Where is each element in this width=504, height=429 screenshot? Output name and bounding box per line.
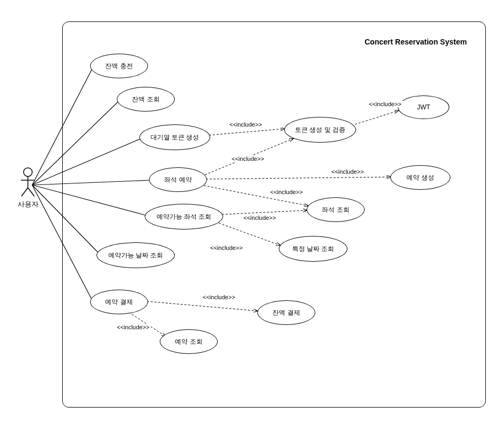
include-label: <<include>> [209, 245, 244, 251]
usecase-create-reserve: 예약 생성 [390, 165, 450, 190]
include-label: <<include>> [368, 101, 403, 107]
include-label: <<include>> [231, 156, 265, 162]
usecase-pay-reserve: 예약 결제 [90, 290, 148, 314]
include-label: <<include>> [116, 324, 151, 330]
usecase-avail-seat: 예약가능 좌석 조회 [145, 204, 223, 230]
usecase-reserve-query: 예약 조회 [160, 329, 218, 354]
usecase-queue-token: 대기열 토큰 생성 [139, 124, 210, 150]
include-label: <<include>> [228, 121, 263, 128]
system-title: Concert Reservation System [365, 38, 467, 46]
usecase-jwt: JWT [398, 95, 449, 119]
usecase-seat-query: 좌석 조회 [307, 197, 365, 222]
usecase-seat-reserve: 좌석 예약 [149, 167, 207, 192]
usecase-date-query: 특정 날짜 조회 [279, 236, 347, 262]
actor-user [18, 167, 38, 201]
include-label: <<include>> [330, 168, 365, 175]
svg-line-20 [28, 188, 34, 196]
usecase-balance-query: 잔액 조회 [117, 87, 175, 112]
actor-label: 사용자 [16, 199, 40, 209]
svg-point-16 [24, 168, 32, 176]
svg-line-19 [21, 188, 28, 196]
usecase-balance-pay: 잔액 결제 [257, 300, 315, 325]
include-label: <<include>> [269, 189, 304, 195]
usecase-balance-charge: 잔액 충전 [90, 54, 148, 78]
usecase-token-verify: 토큰 생성 및 검증 [284, 117, 356, 143]
include-label: <<include>> [242, 214, 277, 221]
actor-icon [18, 167, 38, 198]
include-label: <<include>> [202, 294, 236, 300]
usecase-avail-date: 예약가능 날짜 조회 [97, 242, 175, 268]
